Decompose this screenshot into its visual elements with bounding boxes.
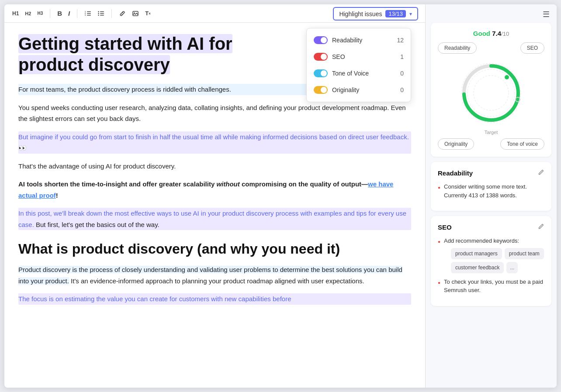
readability-issue: ● Consider writing some more text. Curre…: [438, 182, 544, 199]
svg-rect-7: [100, 13, 104, 14]
keyword-more[interactable]: ...: [506, 262, 518, 273]
unordered-list-button[interactable]: [95, 8, 107, 19]
seo-dot-1: ●: [438, 238, 440, 245]
dropdown-item-originality[interactable]: Originality 0: [307, 82, 411, 98]
circle-chart: [438, 58, 544, 128]
keyword-tags: product managers product team customer f…: [451, 248, 544, 273]
para-3-text: But imagine if you could go from start t…: [18, 133, 409, 141]
keyword-3[interactable]: customer feedback: [451, 262, 504, 273]
svg-point-11: [98, 14, 99, 15]
para-7: Product discovery is the process of clos…: [18, 264, 411, 286]
score-good-label: Good: [473, 30, 490, 37]
readability-card-title: Readability: [438, 169, 473, 177]
score-label: Good 7.4/10: [438, 30, 544, 37]
svg-point-9: [98, 11, 99, 12]
sidebar-header: ☰: [426, 4, 557, 23]
tone-score-btn[interactable]: Tone of voice: [500, 138, 544, 150]
score-number: 7.4: [492, 30, 501, 37]
score-btns-top: Readability SEO: [438, 42, 544, 54]
seo-link-issue-text: To check your links, you must be a paid …: [444, 278, 544, 295]
para-7-end: It's an evidence-informed approach to pl…: [69, 277, 364, 285]
svg-rect-2: [87, 15, 91, 16]
para-8: The focus is on estimating the value you…: [18, 293, 411, 305]
dropdown-item-readability[interactable]: Readability 12: [307, 32, 411, 48]
highlight-btn-wrapper: Highlight issues 13/13 ▾ Readability 12 …: [333, 7, 418, 21]
seo-score-btn[interactable]: SEO: [520, 42, 544, 54]
readability-toggle[interactable]: [314, 36, 328, 44]
divider-3: [111, 9, 112, 18]
h3-button[interactable]: H3: [35, 9, 45, 17]
section-title: What is product discovery (and why you n…: [18, 241, 411, 257]
keyword-1[interactable]: product managers: [451, 248, 502, 259]
title-highlighted: Getting started with AI for: [18, 34, 232, 53]
seo-keywords-label: Add recommended keywords:: [444, 237, 519, 244]
app-container: H1 H2 H3 B I 123: [4, 4, 557, 388]
para-2: You spend weeks conducting user research…: [18, 102, 411, 124]
svg-point-20: [505, 75, 509, 79]
svg-point-16: [474, 76, 509, 110]
dropdown-item-seo[interactable]: SEO 1: [307, 48, 411, 65]
sidebar-panel: ☰ Good 7.4/10 Readability SEO: [426, 4, 557, 388]
readability-edit-icon[interactable]: [537, 169, 544, 177]
svg-rect-8: [100, 15, 104, 16]
readability-count: 12: [397, 37, 404, 44]
seo-card: SEO ● Add recommended keywords: product …: [431, 216, 551, 306]
italic-button[interactable]: I: [66, 8, 73, 19]
highlight-count: 13/13: [385, 10, 406, 17]
para-3-emoji: 👀: [18, 144, 27, 151]
originality-label: Originality: [332, 86, 396, 93]
image-button[interactable]: [129, 8, 142, 19]
para-6-end: But first, let's get the basics out of t…: [34, 221, 159, 228]
ordered-list-button[interactable]: 123: [82, 8, 94, 19]
seo-keywords-wrapper: Add recommended keywords: product manage…: [444, 237, 544, 273]
highlight-label: Highlight issues: [339, 10, 382, 17]
format-group: B I: [55, 8, 73, 19]
svg-rect-6: [100, 11, 104, 12]
seo-card-header: SEO: [438, 223, 544, 231]
highlight-issues-button[interactable]: Highlight issues 13/13 ▾: [333, 7, 418, 21]
para-8-highlighted: The focus is on estimating the value you…: [18, 295, 291, 303]
para-5-bold: AI tools shorten the time-to-insight and…: [18, 180, 393, 199]
keyword-2[interactable]: product team: [505, 248, 544, 259]
h2-button[interactable]: H2: [22, 9, 34, 18]
insert-group: Tx: [116, 8, 153, 19]
highlight-dropdown: Readability 12 SEO 1 Tone of Voice 0: [306, 28, 411, 102]
originality-score-btn[interactable]: Originality: [438, 138, 474, 150]
score-denom: /10: [501, 31, 509, 37]
tone-label: Tone of Voice: [332, 70, 396, 77]
seo-count: 1: [400, 53, 404, 60]
readability-label: Readability: [332, 37, 392, 44]
highlight-arrow: ▾: [409, 11, 412, 17]
tone-toggle[interactable]: [314, 69, 328, 77]
h1-button[interactable]: H1: [10, 9, 21, 18]
target-label: Target: [438, 130, 544, 135]
clear-format-button[interactable]: Tx: [142, 8, 153, 18]
link-button[interactable]: [116, 8, 128, 19]
title-highlighted-2: product discovery: [18, 55, 170, 74]
readability-dot: ●: [438, 184, 440, 191]
tone-count: 0: [400, 70, 404, 77]
para-1-text: For most teams, the product discovery pr…: [18, 86, 231, 93]
seo-toggle[interactable]: [314, 53, 328, 61]
seo-keywords-item: ● Add recommended keywords: product mana…: [438, 237, 544, 273]
originality-count: 0: [400, 86, 404, 93]
divider-2: [77, 9, 77, 18]
readability-card-header: Readability: [438, 169, 544, 177]
score-card: Good 7.4/10 Readability SEO: [431, 23, 551, 157]
para-2-text: You spend weeks conducting user research…: [18, 104, 406, 123]
svg-text:3: 3: [85, 14, 86, 16]
dropdown-item-tone[interactable]: Tone of Voice 0: [307, 65, 411, 82]
readability-score-btn[interactable]: Readability: [438, 42, 477, 54]
seo-link-issue: ● To check your links, you must be a pai…: [438, 278, 544, 295]
svg-rect-1: [87, 13, 91, 14]
heading-group: H1 H2 H3: [10, 9, 45, 18]
toolbar: H1 H2 H3 B I 123: [4, 4, 425, 23]
menu-icon[interactable]: ☰: [543, 10, 550, 19]
score-btns-bottom: Originality Tone of voice: [438, 138, 544, 150]
readability-card: Readability ● Consider writing some more…: [431, 162, 551, 211]
readability-issue-text: Consider writing some more text. Current…: [444, 182, 544, 199]
svg-point-10: [98, 13, 99, 14]
bold-button[interactable]: B: [55, 8, 65, 19]
seo-edit-icon[interactable]: [537, 223, 544, 231]
originality-toggle[interactable]: [314, 86, 328, 94]
